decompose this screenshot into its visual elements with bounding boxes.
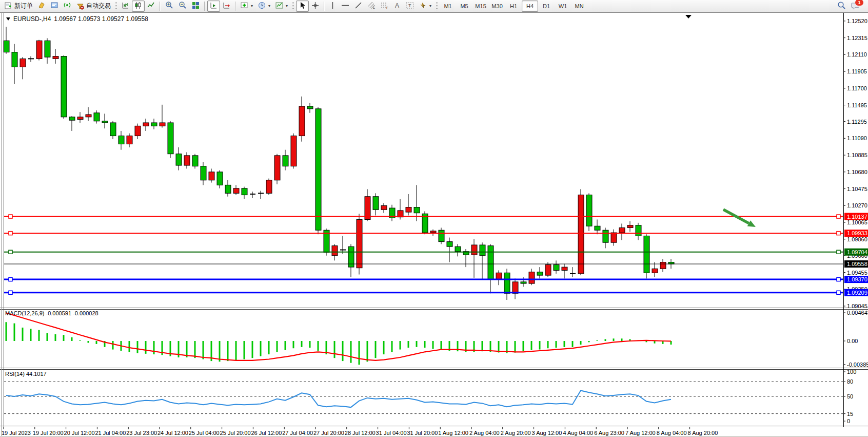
- svg-text:24 Jul 12:00: 24 Jul 12:00: [157, 430, 188, 436]
- tile-windows-button[interactable]: [189, 1, 202, 12]
- line-chart-button[interactable]: [145, 1, 157, 12]
- zoom-in-icon: [165, 1, 173, 11]
- svg-text:1.09933: 1.09933: [847, 230, 867, 236]
- svg-text:19 Jul 20:00: 19 Jul 20:00: [33, 430, 64, 436]
- svg-text:21 Jul 04:00: 21 Jul 04:00: [95, 430, 126, 436]
- text-label-button[interactable]: T: [403, 1, 417, 12]
- text-button[interactable]: A: [391, 1, 403, 12]
- symbol-period-label: EURUSD-,H4: [13, 15, 51, 23]
- svg-text:1.12110: 1.12110: [847, 51, 867, 58]
- svg-text:1.09370: 1.09370: [847, 276, 867, 282]
- chart-window[interactable]: EURUSD-,H4 1.09567 1.09573 1.09527 1.095…: [0, 12, 868, 437]
- line-handle[interactable]: [837, 291, 840, 294]
- chat-badge: 1: [855, 0, 863, 6]
- autotrading-button[interactable]: 自动交易: [74, 1, 113, 12]
- line-handle[interactable]: [837, 250, 840, 254]
- new-order-label: 新订单: [14, 2, 33, 10]
- toolbar-grip: [436, 2, 438, 10]
- svg-text:6 Aug 23:00: 6 Aug 23:00: [594, 430, 624, 436]
- svg-text:27 Jul 20:00: 27 Jul 20:00: [313, 430, 344, 436]
- periods-button[interactable]: ▾: [255, 1, 273, 12]
- svg-text:1.10885: 1.10885: [847, 152, 867, 158]
- line-handle[interactable]: [9, 250, 12, 254]
- candlestick-chart-button[interactable]: [132, 1, 145, 12]
- vertical-line-button[interactable]: [327, 1, 339, 12]
- cursor-button[interactable]: [296, 1, 309, 12]
- chat-button[interactable]: 1: [849, 1, 863, 12]
- navigator-button[interactable]: [48, 1, 61, 12]
- line-handle[interactable]: [837, 215, 840, 218]
- timeframe-group: M1M5M15M30H1H4D1W1MN: [440, 1, 587, 12]
- zoom-in-button[interactable]: [163, 1, 176, 12]
- auto-scroll-button[interactable]: [207, 1, 220, 12]
- indicators-button[interactable]: ▾: [238, 1, 255, 12]
- horizontal-line-button[interactable]: [339, 1, 352, 12]
- svg-text:1.10065: 1.10065: [847, 219, 867, 225]
- svg-text:A: A: [395, 2, 399, 9]
- svg-text:1.11905: 1.11905: [847, 68, 867, 74]
- timeframe-button-mn[interactable]: MN: [571, 1, 587, 12]
- equidistant-channel-button[interactable]: E: [365, 1, 378, 12]
- fibonacci-icon: F: [381, 2, 389, 11]
- toolbar-grip: [115, 2, 117, 10]
- svg-text:1.11090: 1.11090: [847, 135, 867, 141]
- line-handle[interactable]: [837, 278, 840, 281]
- svg-text:0.004643: 0.004643: [847, 310, 868, 316]
- svg-text:1.10475: 1.10475: [847, 186, 867, 192]
- svg-text:1.10137: 1.10137: [847, 214, 867, 220]
- timeframe-button-m15[interactable]: M15: [472, 1, 489, 12]
- svg-text:25 Jul 20:00: 25 Jul 20:00: [220, 430, 251, 436]
- fibonacci-button[interactable]: F: [378, 1, 391, 12]
- line-handle[interactable]: [837, 232, 840, 235]
- svg-text:1.09455: 1.09455: [847, 270, 867, 276]
- signals-icon: [64, 2, 71, 11]
- new-order-button[interactable]: 新订单: [2, 1, 35, 12]
- timeframe-button-w1[interactable]: W1: [555, 1, 571, 12]
- svg-text:1.11295: 1.11295: [847, 119, 867, 125]
- line-handle[interactable]: [9, 215, 12, 218]
- search-icon: [837, 1, 846, 11]
- chart-title: EURUSD-,H4 1.09567 1.09573 1.09527 1.095…: [6, 15, 148, 23]
- line-chart-icon: [147, 2, 155, 11]
- collapse-triangle-icon: [6, 17, 10, 21]
- svg-text:31 Jul 20:00: 31 Jul 20:00: [407, 430, 438, 436]
- zoom-out-icon: [179, 1, 187, 11]
- trendline-button[interactable]: [352, 1, 365, 12]
- timeframe-button-d1[interactable]: D1: [538, 1, 555, 12]
- new-order-icon: [5, 2, 12, 10]
- svg-text:4 Aug 04:00: 4 Aug 04:00: [563, 430, 593, 436]
- line-handle[interactable]: [9, 232, 12, 235]
- crosshair-button[interactable]: [309, 1, 322, 12]
- line-handle[interactable]: [9, 291, 12, 294]
- tile-windows-icon: [192, 2, 200, 11]
- ohlc-values: 1.09567 1.09573 1.09527 1.09558: [54, 15, 148, 23]
- chart-shift-button[interactable]: [220, 1, 233, 12]
- timeframe-button-m5[interactable]: M5: [456, 1, 472, 12]
- signals-button[interactable]: [61, 1, 74, 12]
- text-icon: A: [394, 2, 401, 11]
- equidistant-channel-icon: E: [367, 2, 376, 11]
- market-watch-button[interactable]: [35, 1, 48, 12]
- timeframe-button-h1[interactable]: H1: [505, 1, 522, 12]
- bar-chart-button[interactable]: [119, 1, 132, 12]
- line-handle[interactable]: [9, 278, 12, 281]
- svg-text:0: 0: [847, 418, 850, 424]
- timeframe-button-m30[interactable]: M30: [489, 1, 505, 12]
- templates-button[interactable]: ▾: [273, 1, 290, 12]
- timeframe-button-h4[interactable]: H4: [522, 1, 538, 12]
- svg-text:-0.003859: -0.003859: [847, 362, 868, 368]
- svg-text:1.09045: 1.09045: [847, 303, 867, 309]
- crosshair-icon: [311, 2, 319, 11]
- price-chart-canvas[interactable]: 1.125201.123151.121101.119051.117001.114…: [0, 13, 868, 437]
- mt4-window: 新订单 自动交易: [0, 0, 868, 437]
- svg-text:1.10680: 1.10680: [847, 169, 867, 175]
- arrows-button[interactable]: ▾: [417, 1, 434, 12]
- svg-text:27 Jul 04:00: 27 Jul 04:00: [282, 430, 313, 436]
- zoom-out-button[interactable]: [176, 1, 189, 12]
- toolbar-separator: [235, 2, 236, 11]
- search-button[interactable]: [835, 1, 849, 12]
- macd-indicator-label: MACD(12,26,9) -0.000591 -0.000028: [5, 310, 98, 316]
- timeframe-button-m1[interactable]: M1: [440, 1, 456, 12]
- svg-text:1 Aug 12:00: 1 Aug 12:00: [438, 430, 468, 436]
- arrows-icon: [419, 2, 427, 11]
